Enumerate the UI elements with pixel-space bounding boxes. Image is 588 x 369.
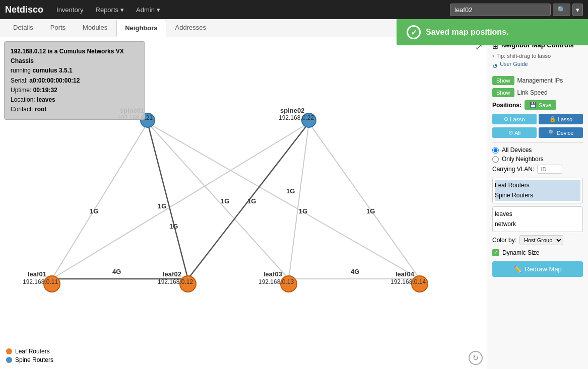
reset-icon: ↺	[492, 62, 498, 70]
pencil-icon: ✏️	[513, 265, 521, 273]
only-neighbors-row: Only Neighbors	[492, 156, 583, 163]
tab-ports[interactable]: Ports	[42, 20, 74, 36]
device-info-uptime: Uptime: 00:19:32	[11, 86, 139, 95]
user-guide-link[interactable]: User Guide	[500, 61, 528, 67]
brand: Netdisco	[5, 5, 43, 15]
positions-label: Positions:	[492, 102, 521, 109]
spine-routers-legend-dot	[6, 357, 12, 363]
svg-text:192.168.0.22: 192.168.0.22	[279, 114, 314, 121]
search-icon: 🔍	[548, 129, 555, 136]
link-speed-row: Show Link Speed	[492, 88, 583, 97]
device-button[interactable]: 🔍 Device	[539, 127, 583, 138]
leaf-routers-legend-dot	[6, 348, 12, 354]
dynamic-size-row: ✓ Dynamic Size	[492, 249, 583, 256]
svg-text:1G: 1G	[221, 197, 229, 205]
map-area[interactable]: 192.168.0.12 is a Cumulus Networks VX Ch…	[0, 37, 487, 369]
lasso-lock-button[interactable]: 🔒 Lasso	[539, 114, 583, 124]
topnav: Netdisco Inventory Reports ▾ Admin ▾ 🔍 ▾	[0, 0, 588, 19]
mgmt-ips-row: Show Management IPs	[492, 76, 583, 85]
nav-admin[interactable]: Admin ▾	[132, 4, 164, 16]
sidebar-tip: Tip: shift-drag to lasso	[496, 53, 551, 59]
link-speed-label: Link Speed	[517, 89, 548, 96]
success-text: Saved map positions.	[426, 28, 508, 37]
svg-line-4	[289, 123, 309, 279]
device-info-contact: Contact: root	[11, 105, 139, 114]
device-info-serial: Serial: a0:00:00:00:00:12	[11, 76, 139, 86]
tab-addresses[interactable]: Addresses	[167, 20, 214, 36]
carrying-vlan-row: Carrying VLAN:	[492, 165, 583, 174]
color-by-select[interactable]: Host Group	[519, 235, 563, 245]
svg-line-2	[148, 123, 420, 279]
tab-modules[interactable]: Modules	[75, 20, 115, 36]
list-item-leaves[interactable]: leaves	[495, 209, 580, 219]
all-devices-label: All Devices	[502, 146, 532, 154]
filter-listbox-2[interactable]: leaves network	[492, 206, 583, 232]
svg-text:1G: 1G	[366, 207, 375, 215]
list-item-spine-routers[interactable]: Spine Routers	[495, 190, 580, 200]
leaf-routers-legend-label: Leaf Routers	[15, 348, 50, 355]
only-neighbors-radio[interactable]	[492, 156, 499, 163]
lasso-button-1[interactable]: ⊙ Lasso	[492, 114, 537, 124]
svg-text:4G: 4G	[351, 268, 359, 275]
svg-text:1G: 1G	[169, 223, 178, 230]
svg-text:1G: 1G	[158, 202, 166, 210]
refresh-button[interactable]: ↻	[469, 351, 483, 365]
chevron-down-icon: ▾	[120, 6, 124, 14]
svg-text:192.168.0.11: 192.168.0.11	[23, 278, 58, 285]
svg-text:1G: 1G	[286, 187, 295, 195]
device-info-line2: running cumulus 3.5.1	[11, 66, 139, 76]
search-button[interactable]: 🔍	[553, 4, 570, 16]
svg-line-7	[148, 123, 188, 279]
dynamic-size-label: Dynamic Size	[502, 249, 539, 256]
device-info-box: 192.168.0.12 is a Cumulus Networks VX Ch…	[4, 41, 145, 120]
tab-details[interactable]: Details	[5, 20, 41, 36]
save-button[interactable]: 💾 Save	[525, 100, 556, 110]
svg-line-3	[52, 123, 309, 279]
redraw-button[interactable]: ✏️ Redraw Map	[492, 261, 583, 277]
svg-text:192.168.0.12: 192.168.0.12	[158, 278, 193, 285]
svg-text:192.168.0.13: 192.168.0.13	[258, 278, 294, 285]
search-options-button[interactable]: ▾	[572, 4, 583, 16]
main-content: 192.168.0.12 is a Cumulus Networks VX Ch…	[0, 37, 588, 369]
svg-line-0	[52, 123, 148, 279]
color-by-row: Color by: Host Group	[492, 235, 583, 245]
device-info-location: Location: leaves	[11, 95, 139, 105]
svg-text:spine02: spine02	[280, 107, 304, 114]
all-device-row: ⊙ All 🔍 Device	[492, 127, 583, 138]
spine-routers-legend-label: Spine Routers	[15, 356, 53, 363]
svg-text:1G: 1G	[90, 207, 98, 215]
right-sidebar: ⊞ Neighbor Map Controls • Tip: shift-dra…	[487, 37, 588, 369]
device-info-line1: 192.168.0.12 is a Cumulus Networks VX Ch…	[11, 48, 124, 64]
show-link-button[interactable]: Show	[492, 88, 514, 97]
vlan-input[interactable]	[537, 165, 562, 174]
svg-text:1G: 1G	[247, 197, 256, 205]
list-item-leaf-routers[interactable]: Leaf Routers	[495, 180, 580, 190]
svg-text:192.168.0.14: 192.168.0.14	[390, 278, 426, 285]
tab-neighbors[interactable]: Neighbors	[116, 20, 166, 37]
only-neighbors-label: Only Neighbors	[502, 156, 544, 163]
positions-row: Positions: 💾 Save	[492, 100, 583, 110]
save-icon: 💾	[530, 102, 537, 108]
all-devices-radio[interactable]	[492, 147, 499, 154]
all-icon: ⊙	[508, 129, 513, 136]
all-devices-row: All Devices	[492, 146, 583, 154]
show-mgmt-button[interactable]: Show	[492, 76, 514, 85]
nav-reports[interactable]: Reports ▾	[92, 4, 128, 16]
list-item-network[interactable]: network	[495, 219, 580, 229]
lasso-row: ⊙ Lasso 🔒 Lasso	[492, 114, 583, 124]
lock-icon: 🔒	[549, 116, 556, 122]
color-by-label: Color by:	[492, 237, 516, 244]
success-banner: ✓ Saved map positions.	[397, 19, 588, 45]
dynamic-size-checkbox[interactable]: ✓	[492, 249, 499, 256]
all-button[interactable]: ⊙ All	[492, 127, 537, 138]
mgmt-ips-label: Management IPs	[517, 77, 563, 84]
svg-line-1	[148, 123, 289, 279]
nav-inventory[interactable]: Inventory	[52, 4, 87, 16]
svg-text:leaf02: leaf02	[163, 270, 181, 278]
search-input[interactable]	[450, 4, 551, 16]
svg-text:1G: 1G	[299, 207, 307, 215]
filter-listbox-1[interactable]: Leaf Routers Spine Routers	[492, 178, 583, 203]
svg-text:leaf01: leaf01	[28, 270, 46, 278]
carrying-vlan-label: Carrying VLAN:	[492, 166, 534, 173]
svg-line-5	[309, 123, 420, 279]
